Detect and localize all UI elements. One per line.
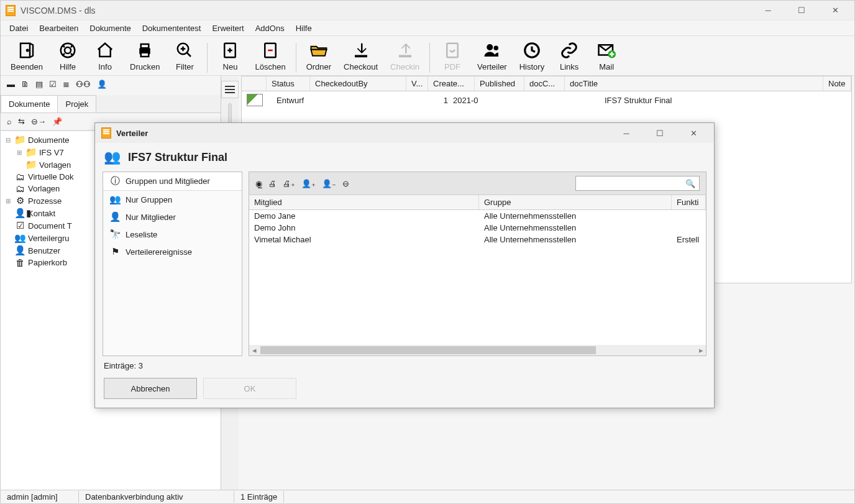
dialog-close-button[interactable]: ✕ xyxy=(679,124,708,143)
close-button[interactable]: ✕ xyxy=(821,1,849,20)
cell-mitglied: Vimetal Michael xyxy=(254,235,484,244)
print-plus-icon[interactable]: 🖨₊ xyxy=(283,179,295,188)
grid-col-create[interactable]: Create... xyxy=(428,76,475,91)
menu-bearbeiten[interactable]: Bearbeiten xyxy=(34,22,83,34)
expand-icon[interactable]: ⊞ xyxy=(4,198,12,204)
dialog-hscroll[interactable]: ◂ ▸ xyxy=(249,345,706,355)
status-db: Datenbankverbindung aktiv xyxy=(79,491,234,503)
tree-label: IFS V7 xyxy=(39,148,64,157)
dialog-maximize-button[interactable]: ☐ xyxy=(646,124,674,143)
col-mitglied[interactable]: Mitglied xyxy=(249,195,479,209)
user-add-icon[interactable]: 👤₊ xyxy=(301,179,316,188)
tree-label: Document T xyxy=(28,221,72,231)
grid-col-note[interactable]: Note xyxy=(823,76,851,91)
cancel-button[interactable]: Abbrechen xyxy=(104,378,197,399)
menu-erweitert[interactable]: Erweitert xyxy=(207,22,249,34)
toolbar-checkin[interactable]: Checkin xyxy=(384,39,426,73)
link-icon xyxy=(560,40,578,61)
dialog-sidebar: ⓘGruppen und Mitglieder👥Nur Gruppen👤Nur … xyxy=(103,172,242,356)
hamburger-icon[interactable] xyxy=(221,81,239,98)
toolbar-verteiler[interactable]: Verteiler xyxy=(471,39,513,73)
toolbar-ordner[interactable]: Ordner xyxy=(300,39,337,73)
toolbar-loeschen[interactable]: Löschen xyxy=(249,39,291,73)
toolbar-links[interactable]: Links xyxy=(551,39,588,73)
expand-icon[interactable]: ⊟ xyxy=(4,137,12,144)
menu-dokumente[interactable]: Dokumente xyxy=(85,22,135,34)
toolbar-hilfe[interactable]: Hilfe xyxy=(49,39,86,73)
grid-col-v[interactable]: V... xyxy=(406,76,428,91)
window-title: VISCOM.DMS - dls xyxy=(21,6,96,16)
print-icon[interactable]: 🖨 xyxy=(268,179,277,188)
key-icon[interactable]: ⊖→ xyxy=(31,117,46,126)
binoc-icon: 🔭 xyxy=(109,229,121,240)
col-gruppe[interactable]: Gruppe xyxy=(479,195,672,209)
toolbar-beenden[interactable]: Beenden xyxy=(4,39,49,73)
toolbar-mail[interactable]: Mail xyxy=(588,39,625,73)
table-row[interactable]: Vimetal MichaelAlle UnternehmensstellenE… xyxy=(249,234,706,245)
grid-col-doctitle[interactable]: docTitle xyxy=(565,76,823,91)
vfolder-icon: 🗂 xyxy=(14,183,25,194)
cell-v: 1 xyxy=(426,96,448,105)
toolbar-pdf[interactable]: PDF xyxy=(434,39,471,73)
toolbar-neu[interactable]: Neu xyxy=(211,39,249,73)
people-icon[interactable]: ⚇⚇ xyxy=(76,80,91,89)
scroll-left-icon[interactable]: ◂ xyxy=(249,346,259,355)
xls-icon xyxy=(247,94,263,106)
card-icon[interactable]: ▤ xyxy=(35,80,43,89)
maximize-button[interactable]: ☐ xyxy=(787,1,816,20)
table-row[interactable]: Demo JaneAlle Unternehmensstellen xyxy=(249,210,706,222)
toolbar-label: Hilfe xyxy=(60,62,76,71)
sidebar-item[interactable]: ⚑Verteilerereignisse xyxy=(103,243,242,260)
tab-dokumente[interactable]: Dokumente xyxy=(1,95,58,112)
menu-addons[interactable]: AddOns xyxy=(250,22,290,34)
left-icon-row: ▬ 🗎 ▤ ☑ ≣ ⚇⚇ 👤 xyxy=(1,76,221,93)
minimize-button[interactable]: ─ xyxy=(754,1,782,20)
menu-datei[interactable]: Datei xyxy=(4,22,33,34)
user-icon[interactable]: 👤 xyxy=(97,80,107,89)
sidebar-item[interactable]: 👤Nur Mitglieder xyxy=(103,208,242,226)
dialog-minimize-button[interactable]: ─ xyxy=(612,124,641,143)
doc-plus-icon xyxy=(221,40,239,61)
verteiler-dialog: Verteiler ─ ☐ ✕ 👥 IFS7 Struktur Final ⓘG… xyxy=(94,122,715,408)
globe-icon[interactable]: ◉̲ xyxy=(255,179,262,188)
menu-dokumententest[interactable]: Dokumententest xyxy=(137,22,206,34)
toolbar-checkout[interactable]: Checkout xyxy=(337,39,384,73)
sidebar-item[interactable]: ⓘGruppen und Mitglieder xyxy=(103,172,242,191)
folder-open-icon[interactable]: ▬ xyxy=(7,80,15,89)
doc-export-icon[interactable]: 🗎 xyxy=(21,80,29,89)
grid-col-published[interactable]: Published xyxy=(475,76,524,91)
dialog-search[interactable]: 🔍 xyxy=(575,176,700,191)
scroll-right-icon[interactable]: ▸ xyxy=(696,346,706,355)
ok-button[interactable]: OK xyxy=(203,378,296,399)
menu-hilfe[interactable]: Hilfe xyxy=(291,22,317,34)
grid-row[interactable]: Entwurf 1 2021-0 IFS7 Struktur Final xyxy=(242,91,851,109)
sidebar-item[interactable]: 👥Nur Gruppen xyxy=(103,191,242,208)
toolbar-info[interactable]: Info xyxy=(86,39,124,73)
search-tree-icon[interactable]: ⌕ xyxy=(7,117,12,126)
svg-rect-10 xyxy=(355,55,367,58)
expand-icon[interactable]: ⊞ xyxy=(16,149,23,156)
grid-col-checkedoutby[interactable]: CheckedoutBy xyxy=(310,76,406,91)
cell-create: 2021-0 xyxy=(453,96,500,105)
col-funktion[interactable]: Funkti xyxy=(672,195,706,209)
dialog-search-input[interactable] xyxy=(580,179,685,188)
checklist-icon[interactable]: ☑ xyxy=(49,80,57,89)
remove-icon[interactable]: ⊖ xyxy=(342,179,349,188)
table-row[interactable]: Demo JohnAlle Unternehmensstellen xyxy=(249,222,706,234)
tree-collapse-icon[interactable]: ⇆ xyxy=(18,117,25,126)
search-icon[interactable]: 🔍 xyxy=(685,179,695,188)
toolbar-history[interactable]: History xyxy=(513,39,551,73)
toolbar-filter[interactable]: Filter xyxy=(166,39,203,73)
grid-col-docc[interactable]: docC... xyxy=(524,76,565,91)
toolbar-drucken[interactable]: Drucken xyxy=(124,39,166,73)
tree-label: Kontakt xyxy=(28,209,55,218)
tree-label: Verteilergru xyxy=(28,234,69,243)
tab-projekt[interactable]: Projek xyxy=(57,95,96,112)
scroll-thumb[interactable] xyxy=(260,346,596,354)
user-remove-icon[interactable]: 👤₋ xyxy=(322,179,336,188)
list-icon[interactable]: ≣ xyxy=(63,80,70,89)
grid-col-icon[interactable] xyxy=(242,76,267,91)
sidebar-item[interactable]: 🔭Leseliste xyxy=(103,226,242,243)
grid-col-status[interactable]: Status xyxy=(267,76,310,91)
pin-icon[interactable]: 📌 xyxy=(52,117,62,126)
